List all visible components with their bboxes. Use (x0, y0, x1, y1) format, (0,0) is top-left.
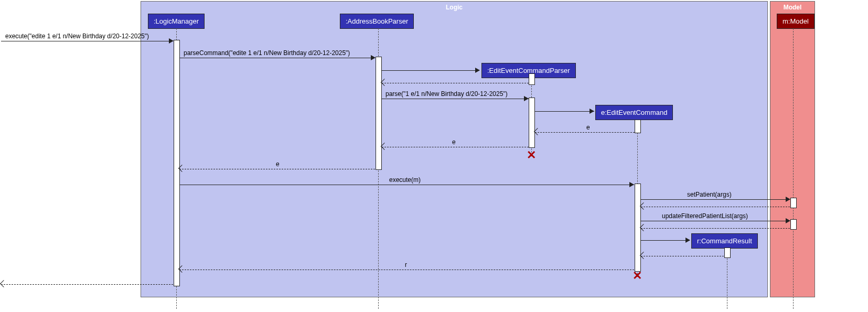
participant-address-book-parser: :AddressBookParser (340, 14, 414, 29)
participant-command-result: r:CommandResult (691, 233, 758, 249)
msg-e1: e (586, 124, 590, 131)
arrow-head-icon (786, 218, 790, 223)
arrow-e3 (179, 169, 375, 169)
logic-region-title: Logic (446, 4, 463, 11)
arrow-r (179, 270, 634, 270)
msg-e3: e (276, 160, 280, 168)
activation-eecp-1 (529, 73, 535, 85)
model-region: Model (770, 1, 815, 297)
arrow-update-filtered-return (641, 228, 790, 229)
arrow-execute-m (179, 185, 634, 185)
lifeline-model (793, 28, 794, 309)
activation-model-2 (790, 219, 797, 230)
msg-execute-in: execute("edite 1 e/1 n/New Birthday d/20… (5, 33, 149, 40)
arrow-final-return (1, 284, 173, 285)
logic-region: Logic (141, 1, 768, 297)
msg-update-filtered: updateFilteredPatientList(args) (662, 212, 748, 220)
activation-address-book-parser (376, 57, 382, 170)
arrow-update-filtered (641, 221, 790, 221)
arrow-return-eecp-create (382, 83, 529, 83)
arrow-parse-command (179, 58, 375, 58)
arrow-create-eec (535, 111, 594, 112)
arrow-head-icon (524, 96, 529, 101)
arrow-e2 (382, 147, 529, 147)
participant-model: m:Model (777, 14, 815, 29)
arrow-head-icon (590, 109, 594, 114)
arrow-set-patient (641, 199, 790, 200)
activation-eec-1 (635, 120, 641, 133)
arrow-create-eecp (382, 70, 479, 71)
participant-edit-event-command: e:EditEventCommand (595, 105, 673, 120)
arrow-create-cr (641, 240, 690, 241)
activation-eecp-2 (529, 98, 535, 148)
msg-execute-m: execute(m) (389, 176, 421, 184)
arrow-head-icon (786, 197, 790, 202)
msg-r: r (405, 261, 407, 268)
arrow-head-icon (685, 238, 690, 243)
arrow-cr-return (641, 256, 724, 256)
msg-e2: e (452, 138, 456, 146)
msg-parse: parse("1 e/1 n/New Birthday d/20-12-2025… (385, 90, 508, 98)
destroy-icon: ✕ (526, 150, 537, 160)
activation-logic-manager (174, 40, 180, 286)
destroy-icon: ✕ (632, 271, 642, 281)
arrow-execute-in (1, 41, 173, 41)
model-region-title: Model (784, 4, 802, 11)
arrow-parse (382, 99, 529, 99)
arrow-head-icon (0, 280, 7, 287)
activation-command-result (724, 248, 731, 258)
participant-logic-manager: :LogicManager (148, 14, 205, 29)
msg-parse-command: parseCommand("edite 1 e/1 n/New Birthday… (184, 49, 350, 57)
activation-model-1 (790, 198, 797, 208)
msg-set-patient: setPatient(args) (687, 191, 732, 198)
arrow-head-icon (475, 68, 480, 73)
arrow-e1 (535, 132, 635, 133)
arrow-head-icon (629, 182, 634, 187)
arrow-set-patient-return (641, 207, 790, 207)
arrow-head-icon (169, 38, 174, 44)
arrow-head-icon (371, 55, 376, 60)
